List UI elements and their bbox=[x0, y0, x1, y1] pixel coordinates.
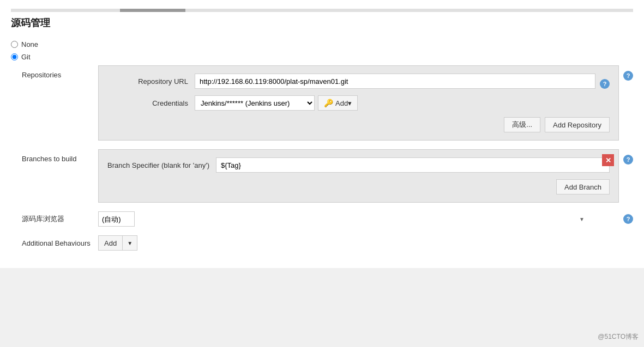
scroll-bar[interactable] bbox=[11, 9, 633, 12]
add-branch-button[interactable]: Add Branch bbox=[556, 179, 610, 194]
key-icon: 🔑 bbox=[324, 99, 333, 107]
branches-help-icon[interactable]: ? bbox=[623, 155, 633, 165]
branch-specifier-row: Branch Specifier (blank for 'any') bbox=[107, 157, 610, 173]
advanced-button[interactable]: 高级... bbox=[504, 117, 540, 132]
credentials-add-label: Add▾ bbox=[335, 99, 352, 107]
additional-behaviours-label: Additional Behaviours bbox=[22, 239, 98, 247]
repo-url-input[interactable] bbox=[195, 74, 595, 89]
credentials-row: Credentials Jenkins/****** (Jenkins user… bbox=[107, 95, 610, 111]
branches-section-row: Branches to build ✕ Branch Specifier (bl… bbox=[22, 149, 633, 203]
credentials-add-button[interactable]: 🔑 Add▾ bbox=[318, 95, 358, 111]
source-browser-help-icon[interactable]: ? bbox=[623, 214, 633, 224]
source-browser-label: 源码库浏览器 bbox=[22, 214, 98, 224]
git-radio-label[interactable]: Git bbox=[21, 53, 31, 61]
repositories-content: Repository URL ? Credentials Jenkins/***… bbox=[98, 65, 619, 141]
repositories-label: Repositories bbox=[22, 65, 98, 79]
remove-branch-button[interactable]: ✕ bbox=[602, 154, 614, 166]
add-repository-button[interactable]: Add Repository bbox=[545, 117, 610, 132]
repositories-section-row: Repositories Repository URL ? Credential… bbox=[22, 65, 633, 141]
repo-url-row: Repository URL ? bbox=[107, 74, 610, 89]
credentials-select-wrapper: Jenkins/****** (Jenkins user) bbox=[195, 95, 315, 111]
page-title: 源码管理 bbox=[11, 16, 633, 29]
repo-url-help-icon[interactable]: ? bbox=[600, 79, 610, 89]
credentials-select[interactable]: Jenkins/****** (Jenkins user) bbox=[195, 95, 315, 111]
none-radio[interactable] bbox=[11, 41, 18, 48]
repo-url-label: Repository URL bbox=[107, 77, 195, 86]
branch-specifier-label: Branch Specifier (blank for 'any') bbox=[107, 161, 216, 169]
add-btn-label: Add bbox=[99, 239, 122, 247]
source-control-radio-group: None Git bbox=[11, 40, 633, 61]
git-radio[interactable] bbox=[11, 53, 18, 60]
none-radio-item: None bbox=[11, 40, 633, 48]
add-btn-arrow-icon: ▼ bbox=[122, 236, 137, 250]
branches-label: Branches to build bbox=[22, 149, 98, 163]
source-browser-chevron-wrapper: (自动) bbox=[98, 211, 589, 227]
git-radio-item: Git bbox=[11, 53, 633, 61]
watermark: @51CTO博客 bbox=[598, 332, 639, 342]
credentials-input-group: Jenkins/****** (Jenkins user) 🔑 Add▾ bbox=[195, 95, 358, 111]
source-browser-select[interactable]: (自动) bbox=[98, 211, 135, 227]
additional-behaviours-row: Additional Behaviours Add ▼ bbox=[22, 235, 633, 251]
repositories-help-icon[interactable]: ? bbox=[623, 71, 633, 81]
source-browser-select-wrapper: (自动) bbox=[98, 211, 619, 227]
source-browser-row: 源码库浏览器 (自动) ? bbox=[22, 211, 633, 227]
repositories-actions: 高级... Add Repository bbox=[107, 117, 610, 132]
branches-actions: Add Branch bbox=[107, 179, 610, 194]
additional-behaviours-add-button[interactable]: Add ▼ bbox=[98, 235, 137, 251]
credentials-label: Credentials bbox=[107, 99, 195, 107]
none-radio-label[interactable]: None bbox=[21, 40, 38, 48]
branches-content: ✕ Branch Specifier (blank for 'any') Add… bbox=[98, 149, 619, 203]
branch-specifier-input[interactable] bbox=[216, 157, 610, 173]
